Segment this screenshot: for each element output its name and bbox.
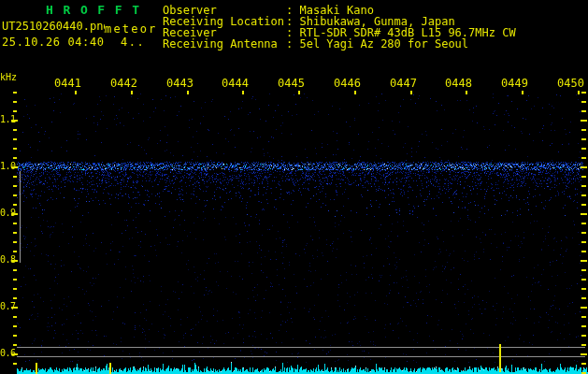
- right-tick-mark: [581, 110, 586, 112]
- right-tick-mark: [581, 166, 587, 168]
- right-tick-mark: [581, 232, 586, 234]
- left-tick-mark: [11, 307, 18, 309]
- time-tick-label: 0448: [445, 77, 472, 90]
- app-title: H R O F F T: [46, 3, 141, 17]
- time-tick-mark: [131, 91, 133, 94]
- header-row-value: 5el Yagi Az 280 for Seoul: [299, 38, 468, 50]
- left-tick-mark: [13, 185, 17, 187]
- header-row: Receiving Antenna: 5el Yagi Az 280 for S…: [163, 38, 516, 50]
- left-tick-mark: [13, 148, 17, 150]
- meteor-event-marker: [36, 363, 37, 374]
- left-tick-mark: [13, 194, 17, 196]
- event-counter: 4..: [121, 36, 145, 49]
- left-tick-mark: [13, 157, 17, 159]
- time-tick-mark: [187, 91, 189, 94]
- right-tick-mark: [581, 335, 586, 337]
- right-tick-mark: [581, 185, 586, 187]
- left-tick-mark: [13, 269, 17, 271]
- left-tick-mark: [11, 120, 18, 122]
- time-tick-label: 0441: [54, 77, 81, 90]
- left-tick-mark: [13, 204, 17, 206]
- left-tick-mark: [13, 223, 17, 224]
- time-tick-label: 0449: [501, 77, 528, 90]
- time-tick-mark: [466, 91, 467, 94]
- spectrogram-canvas: [0, 0, 588, 374]
- time-tick-mark: [75, 91, 77, 94]
- right-tick-mark: [581, 316, 586, 318]
- left-tick-mark: [13, 138, 17, 140]
- header-info: Observer: Masaki KanoReceiving Location:…: [163, 5, 516, 50]
- left-tick-mark: [13, 297, 17, 299]
- right-tick-mark: [581, 241, 586, 243]
- left-tick-mark: [13, 176, 17, 178]
- right-tick-mark: [581, 363, 586, 365]
- left-tick-mark: [11, 353, 18, 355]
- right-tick-mark: [581, 223, 586, 224]
- left-tick-mark: [13, 241, 17, 243]
- meteor-event-marker: [109, 363, 111, 374]
- time-tick-mark: [242, 91, 244, 94]
- time-tick-label: 0443: [166, 77, 194, 90]
- time-tick-label: 0442: [110, 77, 137, 90]
- right-tick-mark: [581, 288, 586, 290]
- time-tick-label: 0445: [278, 77, 305, 90]
- meteor-event-marker: [499, 344, 501, 372]
- time-tick-mark: [354, 91, 356, 94]
- time-tick-mark: [578, 91, 580, 94]
- left-tick-mark: [13, 232, 17, 234]
- right-tick-mark: [581, 204, 586, 206]
- left-tick-mark: [13, 344, 17, 346]
- left-tick-mark: [13, 251, 17, 252]
- right-tick-mark: [581, 138, 586, 140]
- right-tick-mark: [581, 213, 587, 215]
- right-tick-mark: [581, 176, 586, 178]
- left-tick-mark: [13, 335, 17, 337]
- time-tick-mark: [522, 91, 523, 94]
- left-tick-mark: [11, 260, 18, 262]
- capture-datetime: 25.10.26 04:40: [2, 36, 105, 49]
- hrofft-screen: H R O F F T Observer: Masaki KanoReceivi…: [0, 0, 588, 374]
- right-tick-mark: [581, 157, 586, 159]
- right-tick-mark: [581, 92, 586, 94]
- time-tick-label: 0447: [390, 77, 417, 90]
- right-tick-mark: [581, 101, 586, 103]
- left-tick-mark: [13, 316, 17, 318]
- left-tick-mark: [11, 213, 18, 215]
- right-tick-mark: [581, 251, 586, 252]
- left-tick-mark: [13, 92, 17, 94]
- left-tick-mark: [13, 101, 17, 103]
- right-tick-mark: [581, 269, 586, 271]
- time-tick-label: 0444: [222, 77, 249, 90]
- right-tick-mark: [581, 194, 586, 196]
- right-tick-mark: [581, 297, 586, 299]
- right-tick-mark: [581, 279, 586, 280]
- right-tick-mark: [581, 344, 586, 346]
- header-row-label: Receiving Antenna: [163, 38, 286, 50]
- right-tick-mark: [581, 260, 587, 262]
- capture-filename: UT2510260440.png: [2, 20, 110, 33]
- time-tick-mark: [298, 91, 300, 94]
- right-tick-mark: [581, 120, 587, 122]
- time-tick-mark: [410, 91, 412, 94]
- left-tick-mark: [11, 166, 18, 168]
- left-tick-mark: [13, 110, 17, 112]
- left-tick-mark: [13, 279, 17, 280]
- left-tick-mark: [13, 129, 17, 131]
- right-tick-mark: [581, 353, 587, 355]
- plot-left-border: [20, 171, 21, 263]
- freq-axis-unit-label: kHz: [0, 72, 17, 82]
- time-tick-label: 0446: [334, 77, 361, 90]
- right-tick-mark: [581, 307, 587, 309]
- left-tick-mark: [13, 363, 17, 365]
- right-tick-mark: [581, 129, 586, 131]
- header-row-colon: :: [286, 38, 299, 50]
- left-tick-mark: [13, 325, 17, 327]
- time-tick-label: 0450: [557, 77, 584, 90]
- right-tick-mark: [581, 325, 586, 327]
- left-tick-mark: [13, 288, 17, 290]
- right-tick-mark: [581, 148, 586, 150]
